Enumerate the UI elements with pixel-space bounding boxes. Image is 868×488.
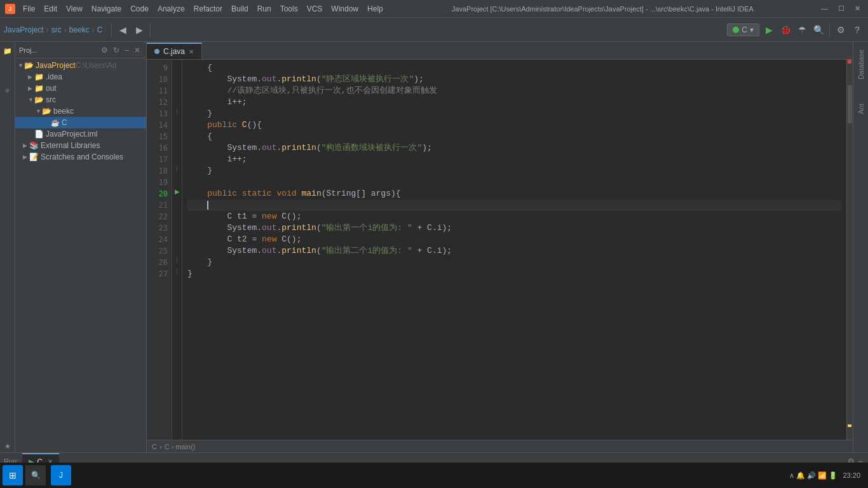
taskbar-search[interactable]: 🔍 [25,465,46,485]
code-line-17: i++; [187,154,841,165]
help-button[interactable]: ? [850,23,864,37]
windows-logo: ⊞ [9,470,17,480]
menu-navigate[interactable]: Navigate [88,3,125,15]
gutter-line-26: 26 [147,257,168,268]
tree-item-idea[interactable]: ▶ 📁 .idea [15,71,146,83]
tab-filename: C.java [163,47,185,56]
menu-code[interactable]: Code [126,3,153,15]
project-icon[interactable]: 📁 [1,44,14,57]
tree-item-scratches[interactable]: ▶ 📝 Scratches and Consoles [15,151,146,163]
maximize-button[interactable]: ☐ [836,4,847,13]
menu-tools[interactable]: Tools [276,3,302,15]
run-coverage-button[interactable]: ☂ [795,23,809,37]
windows-taskbar: ⊞ 🔍 J ∧ 🔔 🔊 📶 🔋 23:20 [0,463,868,488]
menu-file[interactable]: File [19,3,39,15]
close-button[interactable]: ✕ [852,4,863,13]
menu-build[interactable]: Build [227,3,252,15]
run-config-label: C [742,25,747,34]
code-line-14: public C(){ [187,119,841,131]
start-button[interactable]: ⊞ [3,465,23,485]
project-panel-buttons[interactable]: ⚙ ↻ – ✕ [99,45,142,55]
menu-window[interactable]: Window [327,3,362,15]
run-button[interactable]: ▶ [762,23,776,37]
editor-tabs: C.java ✕ [147,42,853,60]
right-tab-ant[interactable]: Ant [856,98,866,119]
fold-27[interactable]: } [172,266,182,277]
breadcrumb-sep1: › [46,25,49,34]
code-line-21[interactable] [187,200,841,211]
editor-scrollbar[interactable] [846,60,853,440]
project-sync-icon[interactable]: ↻ [111,45,121,55]
fold-20[interactable]: ▶ [172,186,182,197]
taskbar-intellij[interactable]: J [51,465,71,485]
fold-19 [172,174,182,186]
tree-item-javaproject[interactable]: ▼ 📂 JavaProject C:\Users\Ad [15,60,146,71]
debug-button[interactable]: 🐞 [778,23,792,37]
breadcrumb-c[interactable]: C [97,25,103,34]
menu-run[interactable]: Run [254,3,275,15]
tree-item-external-libs[interactable]: ▶ 📚 External Libraries [15,140,146,151]
tree-item-beekc[interactable]: ▼ 📂 beekc [15,105,146,117]
structure-icon[interactable]: ≡ [1,84,14,97]
fold-13[interactable]: } [172,105,182,117]
menu-vcs[interactable]: VCS [303,3,327,15]
window-controls[interactable]: — ☐ ✕ [818,4,863,13]
code-line-12: i++; [187,97,841,108]
search-everywhere-button[interactable]: 🔍 [811,23,825,37]
tree-item-iml[interactable]: ▶ 📄 JavaProject.iml [15,128,146,140]
tab-close-button[interactable]: ✕ [189,48,194,55]
menu-analyze[interactable]: Analyze [154,3,189,15]
menu-refactor[interactable]: Refactor [190,3,226,15]
titlebar-left: J File Edit View Navigate Code Analyze R… [5,3,387,15]
tree-item-c[interactable]: ▶ ☕ C [15,117,146,128]
editor-area: C.java ✕ 9 10 11 12 13 14 15 16 17 18 19… [147,42,853,452]
scratches-icon: 📝 [29,152,39,161]
gutter-line-21: 21 [147,200,168,211]
menu-edit[interactable]: Edit [40,3,61,15]
file-type-dot [154,49,159,54]
tree-item-src[interactable]: ▼ 📂 src [15,94,146,105]
editor-content[interactable]: 9 10 11 12 13 14 15 16 17 18 19 20 21 22… [147,60,853,440]
error-indicator [848,60,851,64]
menu-help[interactable]: Help [363,3,387,15]
code-editor[interactable]: { System.out.println("静态区域块被执行一次"); //该静… [182,60,846,440]
fold-26[interactable]: } [172,254,182,266]
breadcrumb-src[interactable]: src [51,25,62,34]
scrollbar-thumb[interactable] [848,85,852,123]
breadcrumb-beekc[interactable]: beekc [69,25,90,34]
menu-view[interactable]: View [62,3,86,15]
fold-15 [172,128,182,140]
gutter-line-22: 22 [147,211,168,222]
project-collapse-icon[interactable]: – [123,45,131,55]
code-line-27: } [187,268,841,280]
fold-10 [172,71,182,83]
arrow-out: ▶ [28,85,33,92]
favorites-icon[interactable]: ★ [1,440,14,452]
intellij-icon: J [59,471,63,480]
minimize-button[interactable]: — [818,4,831,13]
gutter-line-11: 11 [147,85,168,97]
right-tab-database[interactable]: Database [856,44,866,85]
config-indicator [733,27,739,33]
forward-button[interactable]: ▶ [132,23,146,37]
tray-time: 23:20 [843,471,860,479]
tree-item-out[interactable]: ▶ 📁 out [15,83,146,94]
fold-18[interactable]: } [172,163,182,174]
editor-tab-c[interactable]: C.java ✕ [147,43,202,59]
menu-bar[interactable]: File Edit View Navigate Code Analyze Ref… [19,3,387,15]
back-button[interactable]: ◀ [116,23,130,37]
run-config-dropdown[interactable]: C ▾ [727,24,759,36]
settings-button[interactable]: ⚙ [834,23,848,37]
breadcrumb-project[interactable]: JavaProject [4,25,44,34]
fold-21 [172,197,182,208]
label-src: src [46,95,56,104]
gutter-line-27: 27 [147,268,168,280]
project-settings-icon[interactable]: ⚙ [99,45,110,55]
project-close-icon[interactable]: ✕ [132,45,142,55]
folder-icon-out: 📁 [34,84,44,93]
gutter-line-10: 10 [147,74,168,85]
breadcrumb-class: C [152,443,157,451]
java-file-icon: ☕ [51,119,60,127]
gutter-line-12: 12 [147,97,168,108]
breadcrumb-sep: › [159,443,162,451]
